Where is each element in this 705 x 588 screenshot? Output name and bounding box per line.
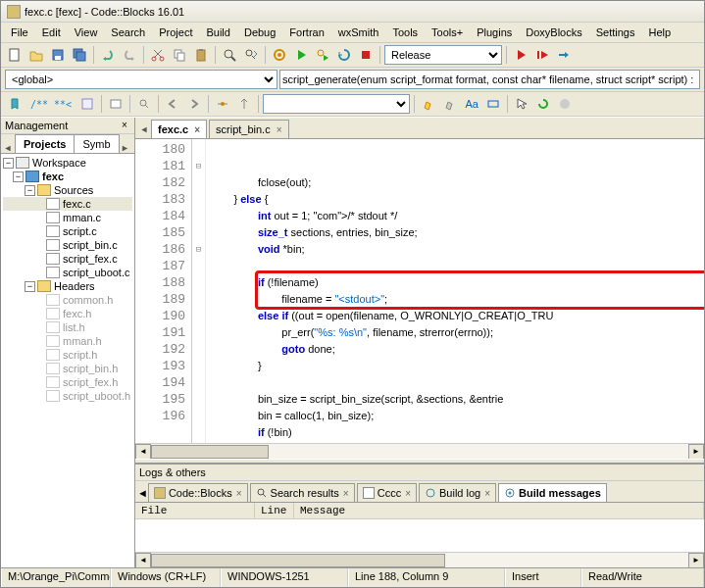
scroll-thumb[interactable] (151, 445, 269, 459)
nav-back-button[interactable] (163, 94, 182, 114)
run-button[interactable] (291, 45, 311, 65)
save-all-button[interactable] (70, 45, 89, 65)
code-content[interactable]: fclose(out); } else { int out = 1; "com"… (206, 139, 704, 443)
scroll-thumb[interactable] (151, 554, 445, 567)
code-editor[interactable]: 1801811821831841851861871881891901911921… (135, 139, 704, 443)
build-messages-table[interactable]: File Line Message (135, 503, 704, 552)
goto-button[interactable] (213, 94, 232, 114)
doc-comment-button[interactable]: /** **< (26, 94, 76, 114)
close-icon[interactable]: × (236, 488, 242, 499)
tree-project[interactable]: −fexc (3, 170, 132, 183)
fold-column[interactable]: ⊟ ⊟ (192, 139, 206, 443)
cut-button[interactable] (148, 45, 168, 65)
log-tab-cccc[interactable]: Cccc× (357, 483, 417, 502)
close-icon[interactable]: × (343, 488, 349, 499)
select-button[interactable] (512, 94, 531, 114)
tree-file[interactable]: mman.h (3, 334, 132, 348)
management-close-button[interactable]: × (119, 120, 130, 131)
build-button[interactable] (270, 45, 289, 65)
save-button[interactable] (48, 45, 68, 65)
find-button[interactable] (220, 45, 239, 65)
mgmt-tab-right-arrow[interactable]: ► (119, 143, 132, 153)
tree-file[interactable]: script.c (3, 224, 132, 238)
log-tab-buildlog[interactable]: Build log× (419, 483, 496, 502)
tree-file[interactable]: list.h (3, 320, 132, 334)
function-combo[interactable] (279, 70, 700, 89)
nav-fwd-button[interactable] (184, 94, 204, 114)
refresh-button[interactable] (533, 94, 553, 114)
menu-project[interactable]: Project (153, 24, 198, 40)
rebuild-button[interactable] (334, 45, 354, 65)
tree-file[interactable]: script.h (3, 348, 132, 362)
editor-scrollbar-h[interactable]: ◄ ► (135, 443, 704, 459)
tree-file[interactable]: script_uboot.c (3, 266, 132, 279)
col-message[interactable]: Message (294, 503, 704, 518)
menu-search[interactable]: Search (105, 24, 151, 40)
tab-projects[interactable]: Projects (15, 134, 75, 153)
log-tab-codeblocks[interactable]: Code::Blocks× (148, 483, 248, 502)
debug-continue-button[interactable] (532, 45, 552, 65)
scroll-left-button[interactable]: ◄ (135, 444, 151, 460)
menu-wxsmith[interactable]: wxSmith (332, 24, 385, 40)
settings-button[interactable] (555, 94, 575, 114)
editor-tab-scriptbin[interactable]: script_bin.c× (209, 120, 288, 138)
tree-workspace[interactable]: −Workspace (3, 156, 132, 170)
tree-file[interactable]: fexc.c (3, 197, 132, 211)
log-tab-buildmsg[interactable]: Build messages (498, 483, 607, 502)
whole-word-button[interactable] (483, 94, 503, 114)
tab-symbols[interactable]: Symb (74, 134, 119, 153)
tree-headers-folder[interactable]: −Headers (3, 279, 132, 293)
search-combo[interactable] (263, 94, 410, 114)
build-target-combo[interactable]: Release (384, 45, 502, 65)
tree-file[interactable]: script_fex.c (3, 252, 132, 266)
col-line[interactable]: Line (255, 503, 294, 518)
tree-file[interactable]: fexc.h (3, 307, 132, 320)
bookmark-toggle-button[interactable] (5, 94, 25, 114)
highlight-clear-button[interactable] (440, 94, 460, 114)
menu-toolsplus[interactable]: Tools+ (426, 24, 469, 40)
copy-button[interactable] (170, 45, 189, 65)
col-file[interactable]: File (135, 503, 255, 518)
logs-tab-left-arrow[interactable]: ◄ (137, 487, 148, 499)
find-in-files-button[interactable] (134, 94, 154, 114)
debug-run-button[interactable] (511, 45, 530, 65)
scroll-left-button[interactable]: ◄ (135, 553, 151, 568)
tree-sources-folder[interactable]: −Sources (3, 183, 132, 197)
menu-view[interactable]: View (69, 24, 104, 40)
menu-fortran[interactable]: Fortran (283, 24, 329, 40)
undo-button[interactable] (98, 45, 118, 65)
abort-button[interactable] (356, 45, 376, 65)
menu-plugins[interactable]: Plugins (471, 24, 518, 40)
close-icon[interactable]: × (405, 488, 411, 499)
tree-file[interactable]: script_fex.h (3, 375, 132, 389)
editor-tab-left-arrow[interactable]: ◄ (137, 124, 151, 134)
match-case-button[interactable]: Aa (462, 94, 481, 114)
menu-edit[interactable]: Edit (36, 24, 67, 40)
menu-debug[interactable]: Debug (238, 24, 281, 40)
close-icon[interactable]: × (277, 124, 282, 135)
log-tab-search[interactable]: Search results× (250, 483, 355, 502)
mgmt-tab-left-arrow[interactable]: ◄ (1, 143, 15, 153)
logs-scrollbar-h[interactable]: ◄ ► (135, 552, 704, 567)
tree-file[interactable]: mman.c (3, 211, 132, 224)
tree-file[interactable]: script_bin.c (3, 238, 132, 252)
doxy-button[interactable] (77, 94, 97, 114)
close-icon[interactable]: × (194, 124, 200, 135)
comment-button[interactable] (106, 94, 126, 114)
build-run-button[interactable] (313, 45, 332, 65)
debug-step-button[interactable] (554, 45, 574, 65)
replace-button[interactable] (241, 45, 261, 65)
menu-build[interactable]: Build (200, 24, 235, 40)
tree-file[interactable]: script_bin.h (3, 362, 132, 375)
jump-button[interactable] (234, 94, 254, 114)
close-icon[interactable]: × (484, 488, 490, 499)
scope-combo[interactable]: <global> (5, 70, 277, 89)
menu-help[interactable]: Help (642, 24, 677, 40)
tree-file[interactable]: script_uboot.h (3, 389, 132, 403)
menu-tools[interactable]: Tools (386, 24, 424, 40)
scroll-right-button[interactable]: ► (688, 444, 704, 460)
highlight-button[interactable] (419, 94, 438, 114)
tree-file[interactable]: common.h (3, 293, 132, 307)
open-button[interactable] (26, 45, 46, 65)
menu-settings[interactable]: Settings (590, 24, 641, 40)
